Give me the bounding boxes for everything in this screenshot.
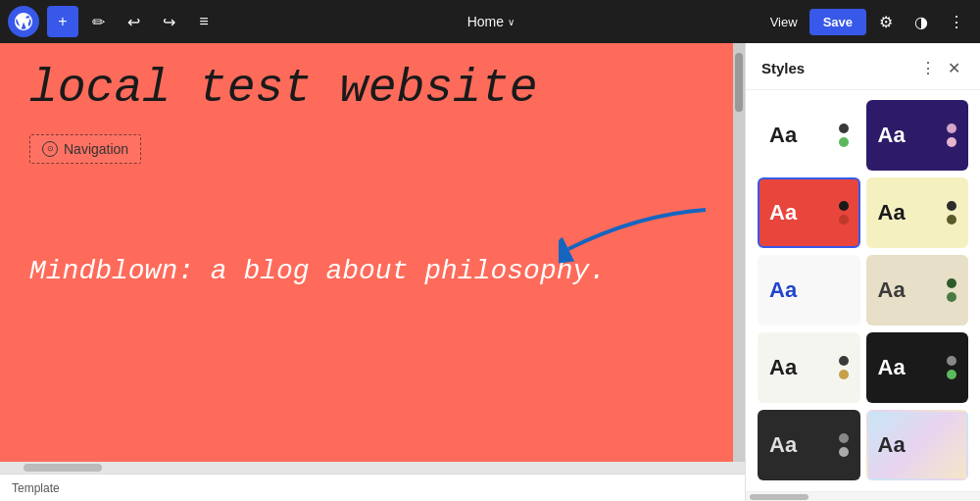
canvas-vertical-scrollbar[interactable] — [733, 43, 745, 462]
dot-2 — [839, 215, 849, 225]
canvas-bottom-scroll-thumb[interactable] — [24, 464, 102, 472]
canvas-wrap: local test website ⊙ Navigation — [0, 43, 745, 501]
dot-1 — [839, 433, 849, 443]
style-dots — [839, 356, 849, 379]
style-tile-4[interactable]: Aa — [758, 255, 860, 326]
panel-header: Styles ⋮ ✕ — [746, 43, 980, 90]
styles-panel: Styles ⋮ ✕ AaAaAaAaAaAaAaAaAaAa — [745, 43, 980, 501]
dot-2 — [839, 447, 849, 457]
style-dots — [947, 356, 956, 379]
style-aa-label: Aa — [878, 123, 906, 148]
style-aa-label: Aa — [878, 432, 906, 458]
style-dots — [839, 201, 849, 225]
dot-1 — [839, 124, 849, 133]
dot-2 — [839, 137, 849, 147]
dot-1 — [947, 356, 956, 366]
site-title: local test website — [0, 43, 733, 125]
dot-1 — [947, 124, 956, 133]
panel-more-button[interactable]: ⋮ — [916, 55, 940, 81]
dot-1 — [839, 356, 849, 366]
draw-button[interactable]: ✏ — [82, 6, 114, 37]
panel-scroll-thumb[interactable] — [750, 494, 808, 500]
style-tile-8[interactable]: Aa — [758, 410, 860, 480]
dot-2 — [947, 137, 956, 147]
panel-close-button[interactable]: ✕ — [944, 55, 964, 81]
dot-1 — [839, 201, 849, 211]
style-tile-5[interactable]: Aa — [866, 255, 969, 326]
dark-mode-button[interactable]: ◑ — [906, 6, 937, 37]
style-aa-label: Aa — [769, 277, 797, 303]
add-block-button[interactable]: + — [47, 6, 78, 37]
style-aa-label: Aa — [769, 432, 797, 458]
toolbar-right: View Save ⚙ ◑ ⋮ — [762, 6, 972, 37]
dot-1 — [947, 201, 956, 211]
styles-grid: AaAaAaAaAaAaAaAaAaAa — [746, 90, 980, 491]
style-aa-label: Aa — [878, 277, 906, 303]
style-tile-2[interactable]: Aa — [758, 177, 860, 248]
panel-actions: ⋮ ✕ — [916, 55, 964, 81]
save-button[interactable]: Save — [809, 9, 866, 35]
redo-button[interactable]: ↪ — [153, 6, 184, 37]
style-dots — [947, 278, 956, 302]
style-tile-6[interactable]: Aa — [758, 332, 860, 403]
canvas-scroll-thumb[interactable] — [735, 53, 743, 112]
panel-title: Styles — [761, 60, 805, 76]
wordpress-logo[interactable] — [8, 6, 39, 37]
style-aa-label: Aa — [878, 200, 906, 225]
dot-2 — [947, 215, 956, 225]
dot-2 — [947, 292, 956, 302]
navigation-icon: ⊙ — [42, 141, 58, 157]
style-aa-label: Aa — [769, 355, 797, 380]
page-name: Home — [467, 14, 504, 29]
canvas-horizontal-scrollbar[interactable] — [0, 462, 745, 474]
chevron-down-icon: ∨ — [508, 17, 514, 27]
view-button[interactable]: View — [762, 11, 806, 33]
bottom-bar: Template — [0, 474, 745, 501]
style-tile-0[interactable]: Aa — [758, 100, 860, 171]
canvas[interactable]: local test website ⊙ Navigation — [0, 43, 733, 462]
style-dots — [947, 124, 956, 147]
dot-2 — [839, 370, 849, 379]
style-aa-label: Aa — [878, 355, 906, 380]
style-tile-7[interactable]: Aa — [866, 332, 969, 403]
style-dots — [947, 201, 956, 225]
menu-button[interactable]: ≡ — [188, 6, 220, 37]
style-dots — [839, 124, 849, 147]
nav-label: Navigation — [64, 141, 128, 157]
panel-scrollbar[interactable] — [746, 491, 980, 501]
main-area: local test website ⊙ Navigation — [0, 43, 980, 501]
toolbar: + ✏ ↩ ↪ ≡ Home ∨ View Save ⚙ ◑ ⋮ — [0, 0, 980, 43]
settings-button[interactable]: ⚙ — [870, 6, 902, 37]
style-tile-3[interactable]: Aa — [866, 177, 969, 248]
navigation-block[interactable]: ⊙ Navigation — [29, 134, 141, 164]
site-tagline: Mindblown: a blog about philosophy. — [0, 174, 733, 310]
dot-2 — [947, 370, 956, 379]
style-dots — [839, 433, 849, 457]
template-label: Template — [12, 481, 60, 495]
style-aa-label: Aa — [769, 123, 797, 148]
more-options-button[interactable]: ⋮ — [941, 6, 972, 37]
style-aa-label: Aa — [769, 200, 797, 225]
undo-button[interactable]: ↩ — [118, 6, 149, 37]
toolbar-center: Home ∨ — [223, 10, 759, 33]
style-tile-1[interactable]: Aa — [866, 100, 969, 171]
dot-1 — [947, 278, 956, 288]
style-tile-9[interactable]: Aa — [866, 410, 969, 480]
page-selector[interactable]: Home ∨ — [460, 10, 522, 33]
